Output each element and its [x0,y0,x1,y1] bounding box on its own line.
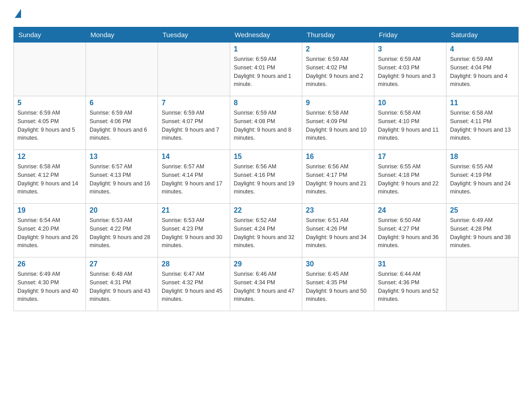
day-info: Sunrise: 6:59 AMSunset: 4:07 PMDaylight:… [162,109,226,142]
day-info: Sunrise: 6:48 AMSunset: 4:31 PMDaylight:… [90,270,154,304]
week-row-5: 26Sunrise: 6:49 AMSunset: 4:30 PMDayligh… [14,257,519,311]
calendar-cell: 6Sunrise: 6:59 AMSunset: 4:06 PMDaylight… [86,96,158,150]
day-number: 12 [17,153,82,161]
day-info: Sunrise: 6:47 AMSunset: 4:32 PMDaylight:… [162,270,226,304]
calendar-cell: 13Sunrise: 6:57 AMSunset: 4:13 PMDayligh… [86,150,158,204]
calendar-header: SundayMondayTuesdayWednesdayThursdayFrid… [14,27,519,43]
calendar-body: 1Sunrise: 6:59 AMSunset: 4:01 PMDaylight… [14,43,519,311]
day-number: 3 [378,45,442,53]
calendar-cell [158,43,230,96]
day-number: 8 [234,99,298,107]
calendar-cell [86,43,158,96]
day-info: Sunrise: 6:58 AMSunset: 4:10 PMDaylight:… [378,109,442,142]
calendar-cell: 22Sunrise: 6:52 AMSunset: 4:24 PMDayligh… [230,204,302,257]
calendar-cell: 24Sunrise: 6:50 AMSunset: 4:27 PMDayligh… [374,204,446,257]
day-number: 7 [162,99,226,107]
day-info: Sunrise: 6:54 AMSunset: 4:20 PMDaylight:… [17,216,82,250]
calendar-cell: 31Sunrise: 6:44 AMSunset: 4:36 PMDayligh… [374,257,446,311]
calendar-cell [446,257,519,311]
day-number: 25 [450,206,515,214]
calendar-cell: 21Sunrise: 6:53 AMSunset: 4:23 PMDayligh… [158,204,230,257]
day-number: 21 [162,206,226,214]
day-number: 10 [378,99,442,107]
day-number: 11 [450,99,515,107]
day-number: 19 [17,206,82,214]
header-day-saturday: Saturday [446,27,519,43]
calendar-cell: 15Sunrise: 6:56 AMSunset: 4:16 PMDayligh… [230,150,302,204]
day-number: 26 [17,260,82,268]
day-number: 16 [306,153,370,161]
day-info: Sunrise: 6:58 AMSunset: 4:11 PMDaylight:… [450,109,515,142]
week-row-1: 1Sunrise: 6:59 AMSunset: 4:01 PMDaylight… [14,43,519,96]
day-number: 18 [450,153,515,161]
header-day-monday: Monday [86,27,158,43]
calendar-cell: 10Sunrise: 6:58 AMSunset: 4:10 PMDayligh… [374,96,446,150]
week-row-4: 19Sunrise: 6:54 AMSunset: 4:20 PMDayligh… [14,204,519,257]
day-number: 5 [17,99,82,107]
header-day-tuesday: Tuesday [158,27,230,43]
day-info: Sunrise: 6:50 AMSunset: 4:27 PMDaylight:… [378,216,442,250]
calendar-cell: 8Sunrise: 6:59 AMSunset: 4:08 PMDaylight… [230,96,302,150]
logo [13,9,21,19]
day-info: Sunrise: 6:53 AMSunset: 4:22 PMDaylight:… [90,216,154,250]
day-info: Sunrise: 6:55 AMSunset: 4:18 PMDaylight:… [378,163,442,196]
day-info: Sunrise: 6:58 AMSunset: 4:09 PMDaylight:… [306,109,370,142]
calendar-table: SundayMondayTuesdayWednesdayThursdayFrid… [13,27,519,311]
calendar-cell: 3Sunrise: 6:59 AMSunset: 4:03 PMDaylight… [374,43,446,96]
day-number: 24 [378,206,442,214]
day-number: 14 [162,153,226,161]
calendar-cell: 26Sunrise: 6:49 AMSunset: 4:30 PMDayligh… [14,257,86,311]
day-info: Sunrise: 6:51 AMSunset: 4:26 PMDaylight:… [306,216,370,250]
day-number: 27 [90,260,154,268]
day-number: 6 [90,99,154,107]
day-number: 15 [234,153,298,161]
day-number: 17 [378,153,442,161]
day-number: 4 [450,45,515,53]
calendar-cell: 5Sunrise: 6:59 AMSunset: 4:05 PMDaylight… [14,96,86,150]
calendar-cell: 2Sunrise: 6:59 AMSunset: 4:02 PMDaylight… [302,43,374,96]
calendar-cell: 12Sunrise: 6:58 AMSunset: 4:12 PMDayligh… [14,150,86,204]
calendar-cell: 29Sunrise: 6:46 AMSunset: 4:34 PMDayligh… [230,257,302,311]
day-info: Sunrise: 6:52 AMSunset: 4:24 PMDaylight:… [234,216,298,250]
calendar-cell: 20Sunrise: 6:53 AMSunset: 4:22 PMDayligh… [86,204,158,257]
day-info: Sunrise: 6:53 AMSunset: 4:23 PMDaylight:… [162,216,226,250]
day-number: 23 [306,206,370,214]
day-number: 28 [162,260,226,268]
calendar-cell [14,43,86,96]
day-number: 1 [234,45,298,53]
day-number: 31 [378,260,442,268]
calendar-cell: 14Sunrise: 6:57 AMSunset: 4:14 PMDayligh… [158,150,230,204]
week-row-2: 5Sunrise: 6:59 AMSunset: 4:05 PMDaylight… [14,96,519,150]
calendar-cell: 30Sunrise: 6:45 AMSunset: 4:35 PMDayligh… [302,257,374,311]
header-day-wednesday: Wednesday [230,27,302,43]
header-day-sunday: Sunday [14,27,86,43]
day-info: Sunrise: 6:59 AMSunset: 4:05 PMDaylight:… [17,109,82,142]
day-info: Sunrise: 6:57 AMSunset: 4:13 PMDaylight:… [90,163,154,196]
calendar-cell: 16Sunrise: 6:56 AMSunset: 4:17 PMDayligh… [302,150,374,204]
logo-triangle-icon [15,9,21,18]
week-row-3: 12Sunrise: 6:58 AMSunset: 4:12 PMDayligh… [14,150,519,204]
day-info: Sunrise: 6:59 AMSunset: 4:08 PMDaylight:… [234,109,298,142]
day-info: Sunrise: 6:49 AMSunset: 4:28 PMDaylight:… [450,216,515,250]
day-info: Sunrise: 6:55 AMSunset: 4:19 PMDaylight:… [450,163,515,196]
day-info: Sunrise: 6:59 AMSunset: 4:01 PMDaylight:… [234,55,298,89]
day-info: Sunrise: 6:59 AMSunset: 4:04 PMDaylight:… [450,55,515,89]
day-info: Sunrise: 6:56 AMSunset: 4:16 PMDaylight:… [234,163,298,196]
day-number: 2 [306,45,370,53]
page-header [13,9,519,19]
calendar-cell: 23Sunrise: 6:51 AMSunset: 4:26 PMDayligh… [302,204,374,257]
calendar-cell: 18Sunrise: 6:55 AMSunset: 4:19 PMDayligh… [446,150,519,204]
day-info: Sunrise: 6:49 AMSunset: 4:30 PMDaylight:… [17,270,82,304]
calendar-cell: 4Sunrise: 6:59 AMSunset: 4:04 PMDaylight… [446,43,519,96]
day-info: Sunrise: 6:59 AMSunset: 4:06 PMDaylight:… [90,109,154,142]
day-number: 29 [234,260,298,268]
day-number: 22 [234,206,298,214]
header-row: SundayMondayTuesdayWednesdayThursdayFrid… [14,27,519,43]
calendar-cell: 11Sunrise: 6:58 AMSunset: 4:11 PMDayligh… [446,96,519,150]
calendar-cell: 19Sunrise: 6:54 AMSunset: 4:20 PMDayligh… [14,204,86,257]
calendar-cell: 9Sunrise: 6:58 AMSunset: 4:09 PMDaylight… [302,96,374,150]
day-number: 20 [90,206,154,214]
calendar-cell: 28Sunrise: 6:47 AMSunset: 4:32 PMDayligh… [158,257,230,311]
calendar-cell: 1Sunrise: 6:59 AMSunset: 4:01 PMDaylight… [230,43,302,96]
calendar-cell: 7Sunrise: 6:59 AMSunset: 4:07 PMDaylight… [158,96,230,150]
